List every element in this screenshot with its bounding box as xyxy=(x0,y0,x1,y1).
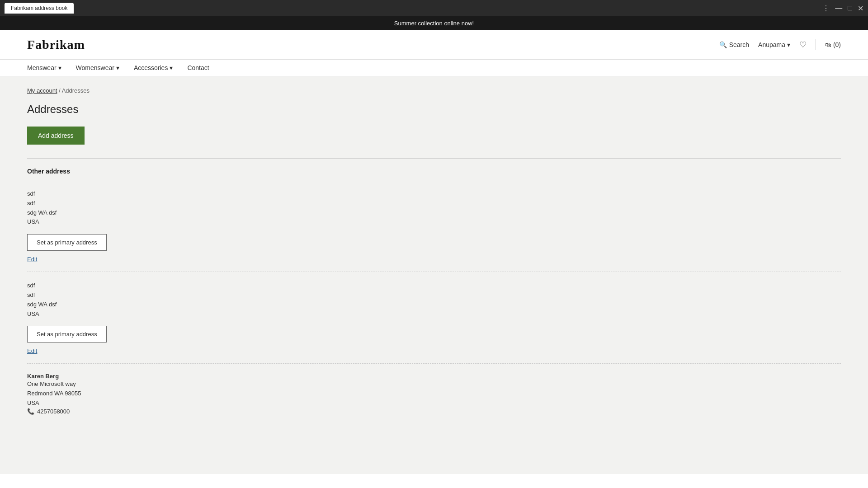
site-header: Fabrikam 🔍 Search Anupama ▾ ♡ 🛍 (0) xyxy=(0,30,868,60)
address-entry-2: sdf sdf sdg WA dsf USA Set as primary ad… xyxy=(27,272,841,364)
address-line: USA xyxy=(27,310,841,319)
search-button[interactable]: 🔍 Search xyxy=(719,41,749,48)
browser-chrome: Fabrikam address book ⋮ — □ ✕ xyxy=(0,0,868,16)
address-line: sdg WA dsf xyxy=(27,208,841,218)
chevron-down-icon: ▾ xyxy=(116,64,119,71)
announcement-text: Summer collection online now! xyxy=(394,20,474,27)
address-block-2: sdf sdf sdg WA dsf USA xyxy=(27,281,841,319)
phone-line: 📞 4257058000 xyxy=(27,408,841,415)
header-actions: 🔍 Search Anupama ▾ ♡ 🛍 (0) xyxy=(719,39,841,50)
more-icon[interactable]: ⋮ xyxy=(822,4,830,13)
phone-icon: 📞 xyxy=(27,408,34,415)
chevron-down-icon: ▾ xyxy=(58,64,61,71)
browser-tab[interactable]: Fabrikam address book xyxy=(5,3,74,14)
user-menu-button[interactable]: Anupama ▾ xyxy=(758,41,790,48)
address-line: Redmond WA 98055 xyxy=(27,389,841,399)
address-name: Karen Berg xyxy=(27,373,841,380)
address-block-3: Karen Berg One Microsoft way Redmond WA … xyxy=(27,373,841,414)
address-section-other: Other address sdf sdf sdg WA dsf USA Set… xyxy=(27,168,841,431)
address-line: sdf xyxy=(27,189,841,199)
main-content: My account / Addresses Addresses Add add… xyxy=(0,76,868,474)
breadcrumb-account-link[interactable]: My account xyxy=(27,87,57,94)
address-line: One Microsoft way xyxy=(27,380,841,389)
nav-item-contact[interactable]: Contact xyxy=(187,64,209,71)
address-block-1: sdf sdf sdg WA dsf USA xyxy=(27,189,841,227)
set-primary-address-button-1[interactable]: Set as primary address xyxy=(27,234,107,251)
breadcrumb: My account / Addresses xyxy=(27,87,841,94)
site-logo[interactable]: Fabrikam xyxy=(27,38,719,52)
close-icon[interactable]: ✕ xyxy=(858,4,863,13)
set-primary-address-button-2[interactable]: Set as primary address xyxy=(27,326,107,343)
site-nav: Menswear ▾ Womenswear ▾ Accessories ▾ Co… xyxy=(0,60,868,76)
nav-contact-label: Contact xyxy=(187,64,209,71)
nav-item-womenswear[interactable]: Womenswear ▾ xyxy=(76,64,119,71)
address-entry-1: sdf sdf sdg WA dsf USA Set as primary ad… xyxy=(27,180,841,272)
cart-icon: 🛍 xyxy=(825,41,831,48)
breadcrumb-current: Addresses xyxy=(62,87,90,94)
nav-womenswear-label: Womenswear xyxy=(76,64,114,71)
nav-item-menswear[interactable]: Menswear ▾ xyxy=(27,64,61,71)
address-line: USA xyxy=(27,399,841,408)
address-line: sdf xyxy=(27,291,841,300)
page-title: Addresses xyxy=(27,103,841,116)
add-address-button[interactable]: Add address xyxy=(27,127,85,145)
edit-address-link-1[interactable]: Edit xyxy=(27,256,37,263)
announcement-bar: Summer collection online now! xyxy=(0,16,868,30)
search-icon: 🔍 xyxy=(719,41,727,48)
cart-count: (0) xyxy=(833,41,841,48)
user-name: Anupama xyxy=(758,41,785,48)
cart-button[interactable]: 🛍 (0) xyxy=(825,41,841,48)
nav-menswear-label: Menswear xyxy=(27,64,57,71)
address-line: sdf xyxy=(27,281,841,291)
edit-address-link-2[interactable]: Edit xyxy=(27,347,37,354)
minimize-icon[interactable]: — xyxy=(835,4,842,13)
browser-controls: ⋮ — □ ✕ xyxy=(822,4,863,13)
address-line: sdg WA dsf xyxy=(27,300,841,310)
nav-accessories-label: Accessories xyxy=(134,64,168,71)
chevron-down-icon: ▾ xyxy=(787,41,790,48)
address-line: USA xyxy=(27,217,841,227)
wishlist-button[interactable]: ♡ xyxy=(799,40,807,50)
address-entry-3: Karen Berg One Microsoft way Redmond WA … xyxy=(27,364,841,431)
address-section-title: Other address xyxy=(27,168,841,175)
chevron-down-icon: ▾ xyxy=(170,64,173,71)
maximize-icon[interactable]: □ xyxy=(848,4,852,13)
phone-number: 4257058000 xyxy=(37,408,70,415)
nav-item-accessories[interactable]: Accessories ▾ xyxy=(134,64,173,71)
section-divider-top xyxy=(27,158,841,159)
search-label: Search xyxy=(729,41,749,48)
address-line: sdf xyxy=(27,199,841,208)
header-divider xyxy=(816,39,816,50)
